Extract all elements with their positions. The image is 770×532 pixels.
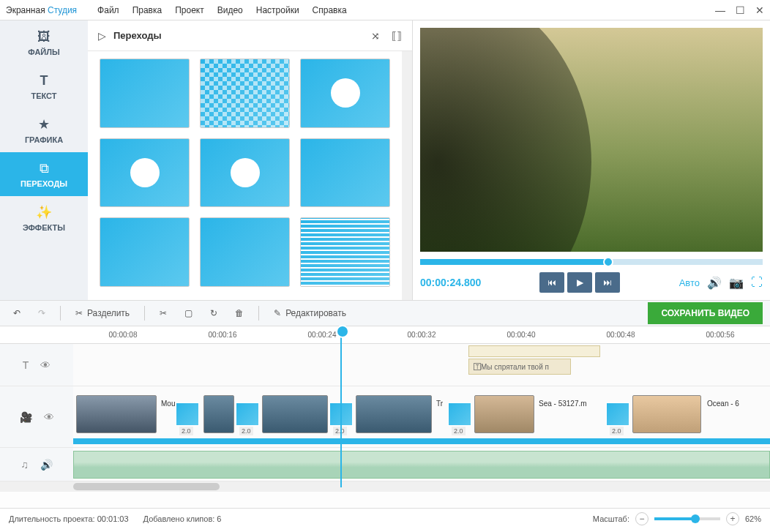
apply-all-icon[interactable]: ⟦⟧ [392, 30, 402, 42]
close-button[interactable]: ✕ [755, 4, 764, 16]
visibility-icon[interactable]: 👁 [40, 359, 51, 371]
zoom-value: 62% [745, 514, 761, 523]
sidebar: 🖼 ФАЙЛЫ T ТЕКСТ ★ ГРАФИКА ⧉ ПЕРЕХОДЫ ✨ Э… [0, 20, 88, 300]
sidebar-item-transitions[interactable]: ⧉ ПЕРЕХОДЫ [0, 152, 88, 196]
zoom-label: Масштаб: [593, 514, 629, 523]
star-icon: ★ [38, 116, 50, 132]
transition-thumb[interactable] [200, 59, 290, 128]
audio-clip[interactable] [73, 451, 770, 479]
video-track-bar [73, 438, 770, 444]
cut-button[interactable]: ✂ [154, 305, 173, 321]
rotate-button[interactable]: ↻ [204, 305, 223, 321]
play-button[interactable]: ▶ [567, 272, 592, 293]
text-clip[interactable] [468, 345, 600, 357]
transition-marker[interactable]: 2.0 [236, 402, 259, 426]
text-track-head: T 👁 [0, 344, 73, 386]
transition-marker[interactable]: 2.0 [448, 402, 471, 426]
shuffle-icon[interactable]: ⤨ [371, 30, 380, 42]
split-button[interactable]: ✂ Разделить [70, 305, 135, 321]
timeline: 00:00:08 00:00:16 00:00:24 00:00:32 00:0… [0, 326, 770, 508]
menu-project[interactable]: Проект [175, 5, 204, 15]
video-track-head: 🎥 👁 [0, 386, 73, 447]
video-clip[interactable] [474, 395, 534, 433]
speaker-icon[interactable]: 🔊 [40, 459, 53, 471]
transition-thumb[interactable] [200, 217, 290, 287]
maximize-button[interactable]: ☐ [736, 4, 745, 16]
clips-count: Добавлено клипов: 6 [143, 514, 222, 523]
text-icon: T [40, 73, 48, 89]
video-clip[interactable] [632, 395, 701, 433]
snapshot-icon[interactable]: 📷 [729, 276, 744, 290]
timeline-scrollbar[interactable] [0, 482, 770, 492]
menu-file[interactable]: Файл [97, 5, 119, 15]
zoom-in-button[interactable]: + [726, 512, 739, 525]
audio-track-head: ♫ 🔊 [0, 448, 73, 481]
menu-settings[interactable]: Настройки [256, 5, 299, 15]
next-button[interactable]: ⏭ [595, 272, 620, 293]
transition-thumb[interactable] [100, 138, 190, 208]
transitions-grid [88, 51, 402, 300]
panel-title: Переходы [113, 30, 162, 41]
sidebar-item-graphics[interactable]: ★ ГРАФИКА [0, 108, 88, 152]
sparkle-icon: ✨ [36, 204, 52, 220]
transitions-icon: ⧉ [40, 161, 49, 176]
camera-icon[interactable]: 🎥 [20, 411, 32, 423]
edit-button[interactable]: ✎ Редактировать [268, 305, 352, 321]
music-icon[interactable]: ♫ [20, 459, 29, 471]
transition-thumb[interactable] [300, 217, 390, 287]
video-clip[interactable] [262, 395, 328, 433]
image-icon: 🖼 [37, 29, 51, 45]
transitions-panel: ▷ Переходы ⤨ ⟦⟧ [88, 20, 413, 300]
zoom-slider[interactable] [654, 517, 720, 520]
video-clip[interactable] [356, 395, 432, 433]
app-title: Экранная Студия [6, 5, 77, 15]
toolbar: ↶ ↷ ✂ Разделить ✂ ▢ ↻ 🗑 ✎ Редактировать … [0, 300, 770, 326]
minimize-button[interactable]: — [715, 4, 725, 16]
auto-label[interactable]: Авто [679, 277, 700, 288]
project-duration: Длительность проекта: 00:01:03 [9, 514, 129, 523]
text-track-icon[interactable]: T [23, 359, 29, 371]
volume-icon[interactable]: 🔊 [707, 276, 722, 290]
transition-thumb[interactable] [100, 217, 190, 287]
menu-video[interactable]: Видео [217, 5, 243, 15]
video-clip[interactable] [76, 395, 157, 433]
preview-video[interactable] [420, 28, 763, 252]
delete-button[interactable]: 🗑 [229, 305, 250, 321]
zoom-out-button[interactable]: − [635, 512, 648, 525]
sidebar-item-files[interactable]: 🖼 ФАЙЛЫ [0, 20, 88, 64]
text-clip[interactable]: 🅃 Мы спрятали твой п [468, 359, 571, 375]
sidebar-item-text[interactable]: T ТЕКСТ [0, 64, 88, 108]
preview-panel: 00:00:24.800 ⏮ ▶ ⏭ Авто 🔊 📷 ⛶ [413, 20, 770, 300]
timeline-ruler[interactable]: 00:00:08 00:00:16 00:00:24 00:00:32 00:0… [0, 326, 770, 344]
redo-button[interactable]: ↷ [32, 305, 51, 321]
transition-marker[interactable]: 2.0 [176, 402, 199, 426]
transition-thumb[interactable] [100, 59, 190, 128]
menu-edit[interactable]: Правка [132, 5, 162, 15]
preview-timecode: 00:00:24.800 [420, 277, 481, 288]
transition-marker[interactable]: 2.0 [606, 402, 629, 426]
prev-button[interactable]: ⏮ [539, 272, 564, 293]
playhead[interactable] [340, 326, 342, 487]
transition-thumb[interactable] [300, 59, 390, 128]
sidebar-item-effects[interactable]: ✨ ЭФФЕКТЫ [0, 196, 88, 240]
undo-button[interactable]: ↶ [7, 305, 26, 321]
crop-button[interactable]: ▢ [179, 305, 198, 321]
save-video-button[interactable]: СОХРАНИТЬ ВИДЕО [648, 302, 763, 324]
play-outline-icon: ▷ [98, 30, 106, 42]
menubar: Файл Правка Проект Видео Настройки Справ… [97, 5, 347, 15]
visibility-icon[interactable]: 👁 [44, 411, 54, 423]
preview-seekbar[interactable] [420, 259, 763, 265]
scrollbar[interactable] [402, 51, 412, 300]
statusbar: Длительность проекта: 00:01:03 Добавлено… [0, 508, 770, 528]
menu-help[interactable]: Справка [313, 5, 347, 15]
video-clip[interactable] [203, 395, 234, 433]
transition-thumb[interactable] [200, 138, 290, 208]
fullscreen-icon[interactable]: ⛶ [751, 276, 763, 289]
transition-thumb[interactable] [300, 138, 390, 208]
